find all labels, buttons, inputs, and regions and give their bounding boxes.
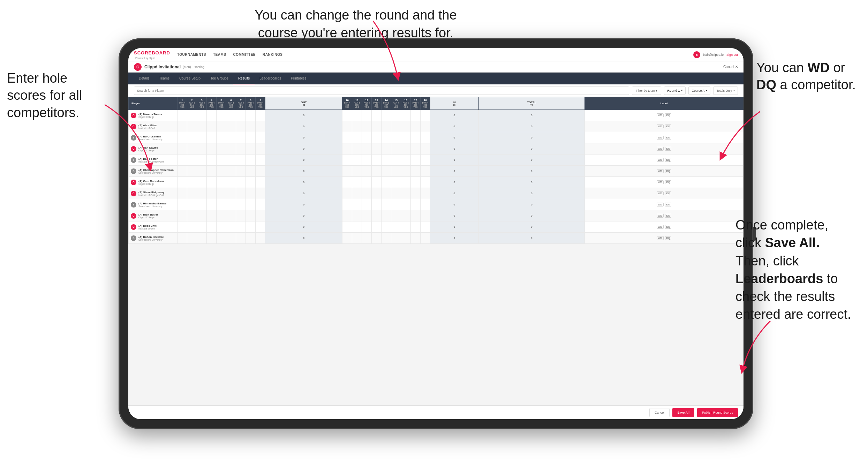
hole-8-score[interactable] xyxy=(246,188,256,199)
hole-15-score[interactable] xyxy=(391,121,401,132)
hole-8-input[interactable] xyxy=(246,221,255,232)
hole-18-input[interactable] xyxy=(421,199,430,210)
hole-13-input[interactable] xyxy=(372,233,381,243)
wd-button[interactable]: WD xyxy=(657,203,664,206)
cancel-button[interactable]: Cancel xyxy=(649,408,670,417)
hole-9-score[interactable] xyxy=(256,188,265,199)
hole-14-score[interactable] xyxy=(381,110,391,121)
hole-13-score[interactable] xyxy=(371,166,381,177)
tab-tee-groups[interactable]: Tee Groups xyxy=(205,73,233,84)
wd-button[interactable]: WD xyxy=(657,225,664,229)
hole-10-score[interactable] xyxy=(342,177,352,188)
hole-6-input[interactable] xyxy=(226,188,236,199)
hole-5-score[interactable] xyxy=(217,210,226,221)
hole-12-score[interactable] xyxy=(362,199,371,210)
tab-results[interactable]: Results xyxy=(233,73,255,84)
hole-5-input[interactable] xyxy=(217,110,226,121)
hole-7-score[interactable] xyxy=(236,110,246,121)
hole-5-score[interactable] xyxy=(217,121,226,132)
hole-9-input[interactable] xyxy=(256,188,265,199)
hole-1-score[interactable] xyxy=(178,210,187,221)
hole-4-input[interactable] xyxy=(207,132,216,143)
hole-16-input[interactable] xyxy=(401,166,410,176)
hole-12-score[interactable] xyxy=(362,233,371,244)
hole-6-input[interactable] xyxy=(226,166,236,176)
hole-13-input[interactable] xyxy=(372,221,381,232)
hole-10-score[interactable] xyxy=(342,155,352,166)
hole-4-input[interactable] xyxy=(207,221,216,232)
hole-6-input[interactable] xyxy=(226,143,236,154)
hole-16-score[interactable] xyxy=(401,221,410,233)
hole-14-input[interactable] xyxy=(382,188,391,199)
hole-4-score[interactable] xyxy=(207,121,217,132)
filter-by-team-button[interactable]: Filter by team ▾ xyxy=(632,86,661,95)
hole-10-input[interactable] xyxy=(342,132,352,143)
hole-13-input[interactable] xyxy=(372,155,381,165)
hole-12-input[interactable] xyxy=(362,121,371,132)
tab-details[interactable]: Details xyxy=(134,73,154,84)
hole-2-input[interactable] xyxy=(187,110,197,121)
hole-9-input[interactable] xyxy=(256,121,265,132)
hole-13-input[interactable] xyxy=(372,121,381,132)
hole-8-score[interactable] xyxy=(246,110,256,121)
hole-13-input[interactable] xyxy=(372,110,381,121)
hole-1-input[interactable] xyxy=(178,166,187,176)
hole-3-score[interactable] xyxy=(197,210,207,221)
hole-3-input[interactable] xyxy=(197,188,206,199)
hole-7-score[interactable] xyxy=(236,210,246,221)
hole-11-input[interactable] xyxy=(352,110,362,121)
hole-17-input[interactable] xyxy=(411,221,420,232)
wd-button[interactable]: WD xyxy=(657,236,664,240)
hole-6-input[interactable] xyxy=(226,233,236,243)
hole-7-input[interactable] xyxy=(236,110,246,121)
hole-2-input[interactable] xyxy=(187,155,197,165)
hole-5-input[interactable] xyxy=(217,210,226,221)
hole-5-score[interactable] xyxy=(217,199,226,210)
hole-1-input[interactable] xyxy=(178,188,187,199)
hole-8-input[interactable] xyxy=(246,233,255,243)
hole-3-score[interactable] xyxy=(197,188,207,199)
wd-button[interactable]: WD xyxy=(657,113,664,117)
hole-5-score[interactable] xyxy=(217,233,226,244)
hole-6-score[interactable] xyxy=(226,177,236,188)
hole-14-score[interactable] xyxy=(381,210,391,221)
wd-button[interactable]: WD xyxy=(657,180,664,184)
hole-17-input[interactable] xyxy=(411,155,420,165)
hole-13-score[interactable] xyxy=(371,233,381,244)
hole-17-input[interactable] xyxy=(411,143,420,154)
hole-11-input[interactable] xyxy=(352,221,362,232)
hole-10-input[interactable] xyxy=(342,177,352,188)
hole-4-input[interactable] xyxy=(207,121,216,132)
hole-12-input[interactable] xyxy=(362,143,371,154)
round-selector[interactable]: Round 1 ▾ xyxy=(664,86,686,95)
hole-4-input[interactable] xyxy=(207,177,216,188)
hole-13-score[interactable] xyxy=(371,155,381,166)
hole-2-input[interactable] xyxy=(187,199,197,210)
hole-11-score[interactable] xyxy=(352,177,362,188)
hole-14-score[interactable] xyxy=(381,177,391,188)
hole-16-score[interactable] xyxy=(401,210,410,221)
tab-course-setup[interactable]: Course Setup xyxy=(174,73,205,84)
hole-4-input[interactable] xyxy=(207,233,216,243)
hole-2-score[interactable] xyxy=(187,166,197,177)
hole-15-score[interactable] xyxy=(391,233,401,244)
tournament-cancel[interactable]: Cancel ✕ xyxy=(723,65,738,69)
hole-3-input[interactable] xyxy=(197,199,206,210)
hole-12-score[interactable] xyxy=(362,121,371,132)
hole-5-score[interactable] xyxy=(217,132,226,143)
hole-6-score[interactable] xyxy=(226,155,236,166)
dq-button[interactable]: DQ xyxy=(665,125,672,128)
hole-18-score[interactable] xyxy=(420,110,430,121)
hole-14-input[interactable] xyxy=(382,177,391,188)
hole-3-input[interactable] xyxy=(197,210,206,221)
hole-14-input[interactable] xyxy=(382,166,391,176)
hole-9-score[interactable] xyxy=(256,233,265,244)
hole-2-input[interactable] xyxy=(187,210,197,221)
hole-2-score[interactable] xyxy=(187,177,197,188)
search-input[interactable] xyxy=(134,86,629,95)
hole-18-score[interactable] xyxy=(420,210,430,221)
hole-1-input[interactable] xyxy=(178,155,187,165)
hole-18-score[interactable] xyxy=(420,121,430,132)
hole-16-input[interactable] xyxy=(401,110,410,121)
hole-8-score[interactable] xyxy=(246,166,256,177)
